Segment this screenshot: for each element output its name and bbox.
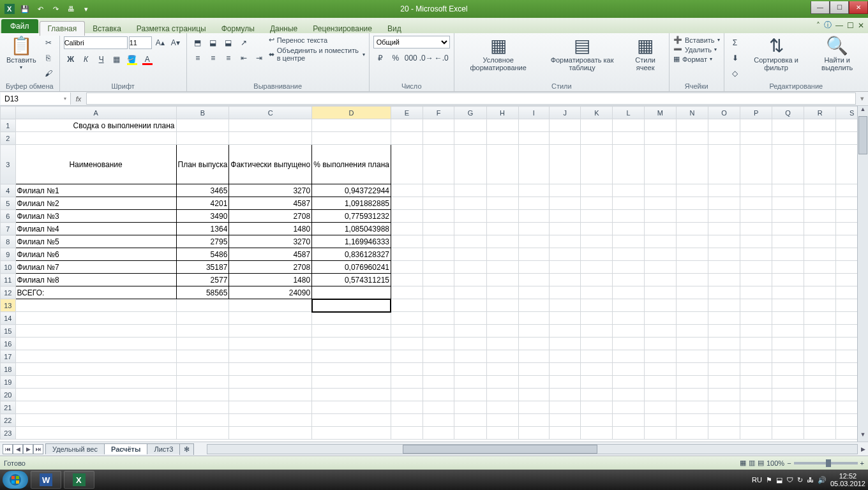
cell[interactable] <box>613 350 644 363</box>
cell[interactable] <box>613 427 644 440</box>
cell[interactable] <box>772 286 804 299</box>
row-header[interactable]: 7 <box>1 223 16 235</box>
font-size-input[interactable] <box>129 36 152 49</box>
cell[interactable] <box>518 338 550 350</box>
cell[interactable] <box>454 389 486 401</box>
cell[interactable] <box>229 389 312 401</box>
cell[interactable] <box>486 184 518 197</box>
cell[interactable] <box>550 274 581 286</box>
cell[interactable] <box>486 350 518 363</box>
cell[interactable] <box>804 197 836 210</box>
cell[interactable] <box>677 119 708 132</box>
cell[interactable] <box>486 248 518 261</box>
cell[interactable] <box>391 414 423 427</box>
cell[interactable] <box>486 197 518 210</box>
tray-flag-icon[interactable]: ⚑ <box>766 476 772 484</box>
cell[interactable] <box>454 312 486 325</box>
cell[interactable] <box>772 363 804 376</box>
cell[interactable] <box>486 338 518 350</box>
sheet-nav-prev-icon[interactable]: ◀ <box>13 444 23 454</box>
cell[interactable] <box>772 325 804 338</box>
cell[interactable] <box>677 235 708 248</box>
cell[interactable] <box>550 145 581 184</box>
cell[interactable] <box>644 401 676 414</box>
col-header[interactable]: M <box>644 107 676 119</box>
cell[interactable] <box>772 184 804 197</box>
cell[interactable]: 0,574311215 <box>312 274 391 286</box>
undo-icon[interactable]: ↶ <box>33 2 47 16</box>
qat-more-icon[interactable]: ▾ <box>79 2 93 16</box>
cell[interactable] <box>644 145 676 184</box>
cell[interactable] <box>391 223 423 235</box>
zoom-in-button[interactable]: + <box>860 459 864 467</box>
cell[interactable] <box>613 312 644 325</box>
cell[interactable] <box>486 299 518 312</box>
cell[interactable] <box>176 132 229 145</box>
cell[interactable] <box>613 325 644 338</box>
align-left-icon[interactable]: ≡ <box>191 51 205 65</box>
align-right-icon[interactable]: ≡ <box>221 51 236 65</box>
cell[interactable]: 3490 <box>176 210 229 223</box>
cell[interactable] <box>229 363 312 376</box>
cell[interactable] <box>486 427 518 440</box>
cell[interactable]: Филиал №4 <box>15 223 176 235</box>
cell[interactable] <box>740 132 772 145</box>
name-box[interactable]: D13▾ <box>1 93 71 105</box>
cell[interactable] <box>677 261 708 274</box>
cell[interactable] <box>644 132 676 145</box>
cell[interactable] <box>581 274 613 286</box>
col-header[interactable]: B <box>176 107 229 119</box>
cell[interactable] <box>613 184 644 197</box>
cell[interactable] <box>772 338 804 350</box>
cell[interactable] <box>677 363 708 376</box>
cell[interactable] <box>176 299 229 312</box>
cell[interactable]: 3270 <box>229 184 312 197</box>
cell[interactable] <box>708 414 740 427</box>
cell[interactable] <box>804 248 836 261</box>
cell[interactable] <box>581 184 613 197</box>
cell[interactable] <box>740 350 772 363</box>
cell[interactable] <box>391 274 423 286</box>
cell[interactable] <box>518 427 550 440</box>
row-header[interactable]: 3 <box>1 145 16 184</box>
cell[interactable] <box>454 414 486 427</box>
tray-action-icon[interactable]: ⬓ <box>776 476 782 484</box>
cell[interactable] <box>423 286 454 299</box>
cell[interactable] <box>454 274 486 286</box>
align-top-icon[interactable]: ⬒ <box>191 36 205 50</box>
taskbar-excel-button[interactable]: X <box>64 471 94 489</box>
cell[interactable] <box>454 286 486 299</box>
sheet-nav-last-icon[interactable]: ⏭ <box>33 444 43 454</box>
cell[interactable] <box>486 363 518 376</box>
cell[interactable] <box>772 119 804 132</box>
cell[interactable] <box>423 261 454 274</box>
cell[interactable] <box>486 286 518 299</box>
cell[interactable] <box>486 401 518 414</box>
inc-decimal-icon[interactable]: .0→ <box>419 51 433 65</box>
row-header[interactable]: 12 <box>1 286 16 299</box>
cell[interactable] <box>708 261 740 274</box>
help-icon[interactable]: ⓘ <box>824 20 832 31</box>
cell[interactable] <box>229 325 312 338</box>
tab-Вид[interactable]: Вид <box>380 22 409 36</box>
cell[interactable]: Филиал №1 <box>15 184 176 197</box>
row-header[interactable]: 23 <box>1 427 16 440</box>
cell[interactable] <box>550 427 581 440</box>
cell[interactable] <box>644 312 676 325</box>
cell[interactable] <box>644 210 676 223</box>
cell[interactable] <box>677 184 708 197</box>
cell[interactable] <box>229 414 312 427</box>
save-icon[interactable]: 💾 <box>18 2 32 16</box>
cell[interactable] <box>486 145 518 184</box>
cell[interactable] <box>550 389 581 401</box>
cell[interactable] <box>229 119 312 132</box>
col-header[interactable]: H <box>486 107 518 119</box>
cell[interactable] <box>550 210 581 223</box>
cell[interactable] <box>550 184 581 197</box>
cell[interactable] <box>740 210 772 223</box>
cell[interactable] <box>804 389 836 401</box>
cell[interactable]: 4201 <box>176 197 229 210</box>
cell[interactable] <box>518 325 550 338</box>
cell[interactable] <box>677 210 708 223</box>
tray-sync-icon[interactable]: ↻ <box>797 476 803 484</box>
